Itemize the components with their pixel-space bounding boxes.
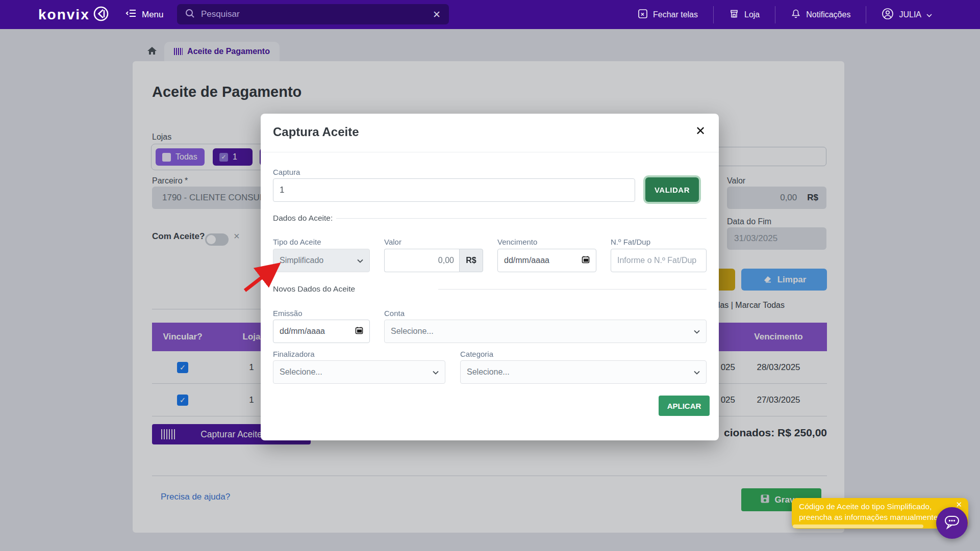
emissao-date-input[interactable]: dd/mm/aaaa <box>273 320 370 343</box>
conta-label: Conta <box>384 309 405 318</box>
close-screens-label: Fechar telas <box>653 10 698 19</box>
fatdup-label: N.º Fat/Dup <box>611 238 650 246</box>
aplicar-button[interactable]: APLICAR <box>659 396 710 416</box>
emissao-value: dd/mm/aaaa <box>280 327 325 336</box>
store-button[interactable]: Loja <box>713 6 775 23</box>
modal-close-icon[interactable]: ✕ <box>695 124 706 138</box>
konvix-logo-icon <box>93 6 109 24</box>
calendar-icon <box>582 255 590 266</box>
captura-aceite-modal: Captura Aceite ✕ Captura VALIDAR Dados d… <box>261 114 719 440</box>
menu-button[interactable]: Menu <box>125 0 164 29</box>
menu-collapse-icon <box>125 8 137 21</box>
conta-value: Selecione... <box>391 327 434 336</box>
currency-addon: R$ <box>459 249 483 272</box>
valor-value: 0,00 <box>438 256 454 265</box>
user-avatar-icon <box>882 8 894 22</box>
calendar-icon <box>355 326 363 336</box>
vencimento-label: Vencimento <box>497 238 537 246</box>
divider <box>336 218 707 219</box>
chevron-down-icon <box>694 327 700 336</box>
notifications-button[interactable]: Notificações <box>775 6 866 23</box>
emissao-label: Emissão <box>273 309 303 318</box>
fatdup-input[interactable] <box>611 249 707 272</box>
vencimento-value: dd/mm/aaaa <box>504 256 549 265</box>
categoria-value: Selecione... <box>467 368 510 377</box>
user-name: JULIA <box>899 10 921 19</box>
top-navbar: konvix Menu ✕ Fechar telas Loja <box>0 0 980 29</box>
annotation-arrow-icon <box>239 259 290 295</box>
categoria-select[interactable]: Selecione... <box>460 360 707 384</box>
global-search: ✕ <box>177 4 449 24</box>
section-dados-do-aceite: Dados do Aceite: <box>273 214 333 223</box>
divider <box>438 289 707 290</box>
user-menu[interactable]: JULIA <box>866 6 947 23</box>
divider <box>261 152 719 152</box>
valor-label: Valor <box>384 238 401 246</box>
finalizadora-label: Finalizadora <box>273 350 315 358</box>
captura-input[interactable] <box>273 178 635 202</box>
chat-bubble-icon <box>943 514 961 532</box>
search-clear-icon[interactable]: ✕ <box>433 9 441 20</box>
toast-message-line2: preencha as informações manualmente <box>799 513 938 522</box>
store-icon <box>729 9 739 21</box>
chat-fab-button[interactable] <box>936 507 968 539</box>
chevron-down-icon <box>433 368 439 377</box>
tipo-aceite-label: Tipo do Aceite <box>273 238 321 246</box>
notifications-label: Notificações <box>806 10 850 19</box>
chevron-down-icon <box>694 368 700 377</box>
valor-input-group: 0,00 R$ <box>384 249 483 272</box>
toast-progress-bar <box>793 524 923 528</box>
brand-logo[interactable]: konvix <box>38 0 109 29</box>
vencimento-date-input[interactable]: dd/mm/aaaa <box>497 249 596 272</box>
search-input[interactable] <box>201 9 433 19</box>
conta-select[interactable]: Selecione... <box>384 320 707 343</box>
validar-label: VALIDAR <box>655 186 690 194</box>
categoria-label: Categoria <box>460 350 493 358</box>
brand-text: konvix <box>38 7 90 23</box>
user-chevron-down-icon <box>926 10 932 19</box>
finalizadora-select[interactable]: Selecione... <box>273 360 445 384</box>
close-screens-icon <box>638 9 648 21</box>
validar-button[interactable]: VALIDAR <box>645 177 699 202</box>
search-icon <box>185 9 195 20</box>
close-screens-button[interactable]: Fechar telas <box>622 6 713 23</box>
toast-message-line1: Código de Aceite do tipo Simplificado, <box>799 502 932 511</box>
bell-icon <box>791 9 801 21</box>
valor-input[interactable]: 0,00 <box>384 249 459 272</box>
store-label: Loja <box>744 10 760 19</box>
menu-label: Menu <box>142 10 164 20</box>
navbar-actions: Fechar telas Loja Notificações JULIA <box>622 0 947 29</box>
captura-label: Captura <box>273 168 300 176</box>
modal-title: Captura Aceite <box>273 125 359 139</box>
chevron-down-icon <box>357 256 363 265</box>
finalizadora-value: Selecione... <box>280 368 322 377</box>
aplicar-label: APLICAR <box>667 402 701 410</box>
